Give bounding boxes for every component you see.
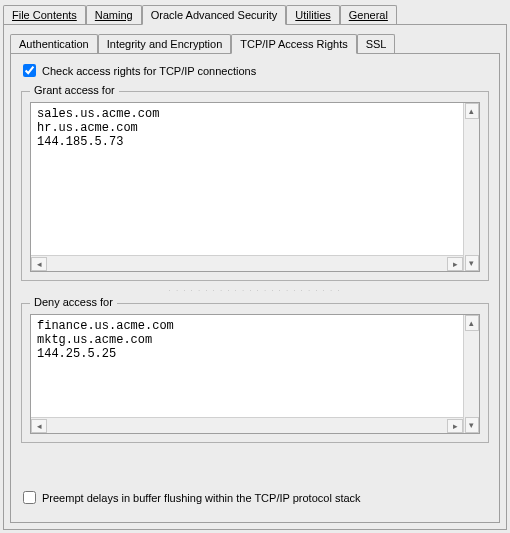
scroll-right-icon[interactable]: ▸ xyxy=(447,257,463,271)
deny-vscrollbar[interactable]: ▴ ▾ xyxy=(463,315,479,433)
scroll-down-icon[interactable]: ▾ xyxy=(465,255,479,271)
grant-access-textbox-wrap: ◂ ▸ ▴ ▾ xyxy=(30,102,480,272)
deny-access-textarea[interactable] xyxy=(31,315,463,417)
preempt-delays-checkbox[interactable] xyxy=(23,491,36,504)
preempt-delays-label: Preempt delays in buffer flushing within… xyxy=(42,492,361,504)
scroll-up-icon[interactable]: ▴ xyxy=(465,315,479,331)
splitter-handle[interactable]: · · · · · · · · · · · · · · · · · · · · … xyxy=(169,285,341,295)
scroll-down-icon[interactable]: ▾ xyxy=(465,417,479,433)
preempt-delays-row[interactable]: Preempt delays in buffer flushing within… xyxy=(21,477,489,504)
scroll-up-icon[interactable]: ▴ xyxy=(465,103,479,119)
tab-general[interactable]: General xyxy=(340,5,397,24)
inner-tab-bar: Authentication Integrity and Encryption … xyxy=(4,25,506,53)
tab-integrity-encryption[interactable]: Integrity and Encryption xyxy=(98,34,232,53)
grant-hscrollbar[interactable]: ◂ ▸ xyxy=(31,255,463,271)
outer-tab-bar: File Contents Naming Oracle Advanced Sec… xyxy=(0,0,510,24)
outer-tab-panel: Authentication Integrity and Encryption … xyxy=(3,24,507,530)
deny-access-group: Deny access for ◂ ▸ ▴ ▾ xyxy=(21,303,489,443)
check-access-rights-label: Check access rights for TCP/IP connectio… xyxy=(42,65,256,77)
tab-naming[interactable]: Naming xyxy=(86,5,142,24)
deny-hscrollbar[interactable]: ◂ ▸ xyxy=(31,417,463,433)
tab-tcpip-access-rights[interactable]: TCP/IP Access Rights xyxy=(231,34,356,54)
grant-access-title: Grant access for xyxy=(30,84,119,96)
scroll-left-icon[interactable]: ◂ xyxy=(31,257,47,271)
tab-file-contents[interactable]: File Contents xyxy=(3,5,86,24)
tab-utilities[interactable]: Utilities xyxy=(286,5,339,24)
check-access-rights-row[interactable]: Check access rights for TCP/IP connectio… xyxy=(21,64,489,77)
scroll-right-icon[interactable]: ▸ xyxy=(447,419,463,433)
grant-access-textarea[interactable] xyxy=(31,103,463,255)
deny-access-title: Deny access for xyxy=(30,296,117,308)
check-access-rights-checkbox[interactable] xyxy=(23,64,36,77)
oracle-net-config-window: File Contents Naming Oracle Advanced Sec… xyxy=(0,0,510,533)
tab-ssl[interactable]: SSL xyxy=(357,34,396,53)
grant-access-group: Grant access for ◂ ▸ ▴ ▾ xyxy=(21,91,489,281)
grant-vscrollbar[interactable]: ▴ ▾ xyxy=(463,103,479,271)
tab-authentication[interactable]: Authentication xyxy=(10,34,98,53)
deny-access-textbox-wrap: ◂ ▸ ▴ ▾ xyxy=(30,314,480,434)
tab-oracle-advanced-security[interactable]: Oracle Advanced Security xyxy=(142,5,287,25)
tcpip-access-panel: Check access rights for TCP/IP connectio… xyxy=(10,53,500,523)
scroll-left-icon[interactable]: ◂ xyxy=(31,419,47,433)
